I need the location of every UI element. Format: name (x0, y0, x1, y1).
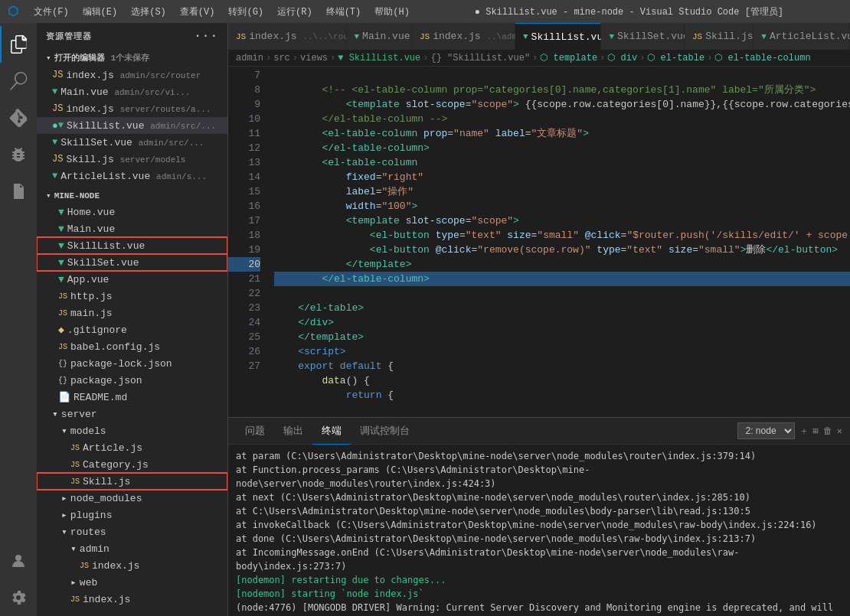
line-numbers: 7 8 9 10 11 12 13 14 15 16 17 18 19 20 2… (228, 67, 266, 417)
open-file-skill-js[interactable]: JS Skill.js server/models (37, 151, 227, 168)
bc-admin[interactable]: admin (236, 53, 263, 64)
tab-index-admin[interactable]: JS index.js ..\admin × (412, 23, 515, 50)
folder-models[interactable]: ▾ models (37, 422, 227, 439)
file-skill-js-model[interactable]: JS Skill.js (37, 473, 227, 490)
tab-skilllist[interactable]: ▼ SkillList.vue (515, 23, 601, 50)
file-main-js[interactable]: JS main.js (37, 305, 227, 321)
tab-articlelist[interactable]: ▼ ArticleList.vue × (754, 23, 850, 50)
open-file-skilllist[interactable]: ● ▼ SkillList.vue admin/src/... (37, 117, 227, 134)
vue-file-icon: ▼ (52, 137, 57, 148)
menu-goto[interactable]: 转到(G) (222, 4, 270, 20)
bc-eltablecolumn[interactable]: ⬡ el-table-column (714, 52, 810, 64)
term-line: at C:\Users\Administrator\Desktop\mine-n… (236, 504, 842, 518)
file-app-vue[interactable]: ▼ App.vue (37, 271, 227, 288)
tab-skillset[interactable]: ▼ SkillSet.vue × (601, 23, 684, 50)
activity-explorer[interactable] (0, 26, 37, 63)
tab-main-vue[interactable]: ▼ Main.vue × (347, 23, 412, 50)
bc-eltable[interactable]: ⬡ el-table (647, 52, 705, 64)
menu-terminal[interactable]: 终端(T) (320, 4, 368, 20)
sidebar-title: 资源管理器 (46, 31, 92, 42)
mine-node-section[interactable]: ▾ MINE-NODE (37, 187, 227, 204)
term-tab-debug[interactable]: 调试控制台 (351, 418, 419, 445)
activity-accounts[interactable] (0, 543, 37, 579)
term-tab-terminal[interactable]: 终端 (312, 418, 351, 445)
file-index-js-bottom[interactable]: JS index.js (37, 591, 227, 608)
terminal-close-icon[interactable]: ✕ (837, 425, 842, 437)
tab-label: ArticleList.vue (770, 31, 850, 42)
file-label: http.js (70, 291, 113, 302)
terminal-add-icon[interactable]: ＋ (799, 425, 809, 438)
file-skilllist-vue[interactable]: ▼ SkillList.vue (37, 237, 227, 254)
terminal-toolbar: 2: node ＋ ⊞ 🗑 ✕ (737, 422, 850, 439)
menu-file[interactable]: 文件(F) (28, 4, 75, 20)
bc-skilllist[interactable]: ▼ SkillList.vue (338, 53, 420, 64)
terminal-trash-icon[interactable]: 🗑 (823, 425, 832, 437)
file-article-js[interactable]: JS Article.js (37, 439, 227, 456)
activity-extensions[interactable] (0, 173, 37, 210)
menu-edit[interactable]: 编辑(E) (77, 4, 124, 20)
file-http-js[interactable]: JS http.js (37, 288, 227, 305)
file-category-js[interactable]: JS Category.js (37, 456, 227, 473)
folder-routes[interactable]: ▾ routes (37, 523, 227, 540)
tab-skill-js[interactable]: JS Skill.js × (685, 23, 754, 50)
term-tab-problems[interactable]: 问题 (236, 418, 274, 445)
file-package-json[interactable]: {} package.json (37, 372, 227, 389)
activity-git[interactable] (0, 99, 37, 136)
file-label: SkillList.vue (67, 240, 145, 252)
file-home-vue[interactable]: ▼ Home.vue (37, 204, 227, 220)
open-file-index-router[interactable]: JS index.js admin/src/router (37, 67, 227, 83)
open-file-skillset[interactable]: ▼ SkillSet.vue admin/src/... (37, 134, 227, 151)
open-file-main-vue[interactable]: ▼ Main.vue admin/src/vi... (37, 83, 227, 100)
sidebar-menu-icon[interactable]: ··· (194, 29, 218, 43)
file-readme[interactable]: 📄 README.md (37, 389, 227, 406)
folder-label: admin (80, 543, 110, 555)
folder-web[interactable]: ▸ web (37, 574, 227, 591)
folder-label: web (80, 577, 97, 588)
menu-select[interactable]: 选择(S) (125, 4, 172, 20)
bc-div[interactable]: ⬡ div (607, 52, 637, 64)
term-line: at invokeCallback (C:\Users\Administrato… (236, 518, 842, 532)
folder-icon: ▸ (61, 492, 67, 504)
file-routes-index[interactable]: JS index.js (37, 557, 227, 574)
activity-search[interactable] (0, 63, 37, 99)
file-name: index.js admin/src/router (66, 70, 201, 81)
tab-index-router[interactable]: JS index.js ..\..\router × (228, 23, 347, 50)
file-babel-config[interactable]: JS babel.config.js (37, 338, 227, 355)
bc-views[interactable]: views (300, 53, 328, 64)
activity-settings[interactable] (0, 579, 37, 616)
js-icon: JS (70, 595, 80, 604)
activity-debug[interactable] (0, 136, 37, 173)
file-main-vue[interactable]: ▼ Main.vue (37, 220, 227, 237)
main-container: 资源管理器 ··· ▾ 打开的编辑器 1个未保存 JS index.js adm… (0, 23, 850, 616)
term-line: at next (C:\Users\Administrator\Desktop\… (236, 491, 842, 504)
tabs-bar: JS index.js ..\..\router × ▼ Main.vue × … (228, 23, 850, 50)
code-editor[interactable]: 7 8 9 10 11 12 13 14 15 16 17 18 19 20 2… (228, 67, 850, 417)
file-label: Category.js (83, 459, 149, 471)
folder-routes-admin[interactable]: ▾ admin (37, 540, 227, 557)
vue-icon: ▼ (58, 257, 64, 269)
activity-bar (0, 23, 37, 616)
terminal-split-icon[interactable]: ⊞ (813, 425, 819, 437)
node-select[interactable]: 2: node (737, 422, 795, 439)
open-file-index-admin[interactable]: JS index.js server/routes/a... (37, 100, 227, 117)
menu-help[interactable]: 帮助(H) (368, 4, 416, 20)
menu-view[interactable]: 查看(V) (174, 4, 221, 20)
menu-run[interactable]: 运行(R) (271, 4, 319, 20)
bc-skilllist-obj[interactable]: {} "SkillList.vue" (430, 53, 530, 64)
file-label: index.js (83, 594, 130, 605)
folder-node-modules[interactable]: ▸ node_modules (37, 490, 227, 507)
file-label: index.js (92, 560, 139, 572)
term-tab-output[interactable]: 输出 (274, 418, 312, 445)
open-editors-section[interactable]: ▾ 打开的编辑器 1个未保存 (37, 49, 227, 67)
folder-label: server (61, 409, 97, 420)
bc-template[interactable]: ⬡ template (540, 52, 597, 64)
file-skillset-vue[interactable]: ▼ SkillSet.vue (37, 254, 227, 271)
bc-src[interactable]: src (273, 53, 290, 64)
file-label: App.vue (67, 274, 110, 285)
file-gitignore[interactable]: ◆ .gitignore (37, 321, 227, 338)
code-content[interactable]: <!-- <el-table-column prop="categories[0… (266, 67, 850, 417)
file-package-lock[interactable]: {} package-lock.json (37, 355, 227, 372)
folder-plugins[interactable]: ▸ plugins (37, 507, 227, 523)
open-file-articlelist[interactable]: ▼ ArticleList.vue admin/s... (37, 168, 227, 184)
folder-server[interactable]: ▾ server (37, 406, 227, 422)
